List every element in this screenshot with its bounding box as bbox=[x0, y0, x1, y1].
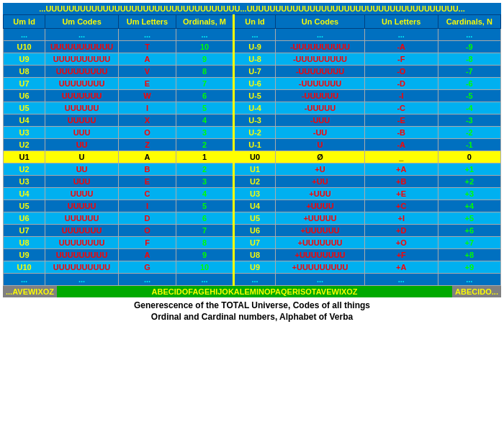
cell-un_id: U2 bbox=[234, 176, 276, 188]
cell-un_id: U6 bbox=[234, 225, 276, 237]
table-row: ........................ bbox=[4, 29, 501, 41]
cell-ordinals: 8 bbox=[176, 237, 234, 249]
cell-cardinals: -6 bbox=[438, 78, 500, 90]
cell-un_codes: -UUU bbox=[276, 115, 365, 127]
table-row: U9UUUUUUUUUUA9U-8-UUUUUUUUU-F-8 bbox=[4, 53, 501, 66]
cell-un_letters: -O bbox=[364, 66, 438, 78]
cell-um_letters: V bbox=[119, 66, 176, 78]
cell-um_letters: T bbox=[119, 41, 176, 53]
cell-cardinals: +2 bbox=[438, 176, 500, 188]
table-row: U1UA1U0Ø_0 bbox=[4, 151, 501, 163]
cell-un_letters: -F bbox=[364, 53, 438, 66]
cell-un_codes: -UUUUUUUUU bbox=[276, 53, 365, 66]
cell-um_codes: UUUUUUUU bbox=[45, 237, 119, 249]
cell-ordinals: 4 bbox=[176, 115, 234, 127]
cell-um_letters: B bbox=[119, 163, 176, 176]
cell-um_id: U6 bbox=[4, 212, 45, 225]
cell-un_id: U-7 bbox=[234, 66, 276, 78]
outer-container: ...UUUUUUUUUUUUUUUUUUUUUUUUUUUUUUUUUU...… bbox=[0, 0, 504, 328]
header-um-codes: Um Codes bbox=[45, 15, 119, 29]
cell-ordinals: 10 bbox=[176, 261, 234, 274]
cell-un_codes: ... bbox=[276, 29, 365, 41]
cell-um_letters: E bbox=[119, 176, 176, 188]
cell-cardinals: -3 bbox=[438, 115, 500, 127]
cell-um_codes: UU bbox=[45, 139, 119, 151]
cell-um_codes: UUUUUUUUU bbox=[45, 249, 119, 261]
alpha-right: ABECIDO... bbox=[452, 286, 501, 297]
cell-um_id: U1 bbox=[4, 151, 45, 163]
cell-um_codes: UUUUU bbox=[45, 200, 119, 212]
cell-un_id: U-9 bbox=[234, 41, 276, 53]
cell-um_letters: X bbox=[119, 115, 176, 127]
cell-un_codes: +UUUUUUU bbox=[276, 237, 365, 249]
table-row: U7UUUUUUUO7U6+UUUUUU+D+6 bbox=[4, 225, 501, 237]
cell-ordinals: ... bbox=[176, 274, 234, 286]
cell-um_codes: UUUUUUUUUU bbox=[45, 53, 119, 66]
cell-un_id: U0 bbox=[234, 151, 276, 163]
cell-um_codes: UUU bbox=[45, 127, 119, 139]
cell-um_letters: ... bbox=[119, 29, 176, 41]
cell-um_letters: G bbox=[119, 261, 176, 274]
cell-um_id: U6 bbox=[4, 90, 45, 102]
cell-un_letters: +O bbox=[364, 237, 438, 249]
cell-ordinals: 3 bbox=[176, 127, 234, 139]
cell-un_codes: +UUUUUU bbox=[276, 225, 365, 237]
header-un-letters: Un Letters bbox=[364, 15, 438, 29]
cell-un_id: U4 bbox=[234, 200, 276, 212]
main-table: Um Id Um Codes Um Letters Ordinals, M Un… bbox=[3, 14, 501, 286]
header-ordinals-m: Ordinals, M bbox=[176, 15, 234, 29]
cell-um_letters: ... bbox=[119, 274, 176, 286]
cell-cardinals: -5 bbox=[438, 90, 500, 102]
cell-um_codes: UU bbox=[45, 163, 119, 176]
cell-um_codes: ... bbox=[45, 274, 119, 286]
cell-un_id: U-8 bbox=[234, 53, 276, 66]
cell-un_letters: -B bbox=[364, 127, 438, 139]
table-row: U2UUB2U1+U+A+1 bbox=[4, 163, 501, 176]
cell-cardinals: -1 bbox=[438, 139, 500, 151]
table-row: U3UUUO3U-2-UU-B-2 bbox=[4, 127, 501, 139]
cell-un_letters: +B bbox=[364, 176, 438, 188]
table-row: U8UUUUUUUUF8U7+UUUUUUU+O+7 bbox=[4, 237, 501, 249]
cell-ordinals: 1 bbox=[176, 151, 234, 163]
cell-un_id: U-6 bbox=[234, 78, 276, 90]
cell-cardinals: -8 bbox=[438, 53, 500, 66]
cell-un_codes: +UUU bbox=[276, 188, 365, 200]
cell-cardinals: +4 bbox=[438, 200, 500, 212]
header-cardinals-n: Cardinals, N bbox=[438, 15, 500, 29]
cell-um_id: U8 bbox=[4, 66, 45, 78]
cell-ordinals: 3 bbox=[176, 176, 234, 188]
cell-un_letters: +A bbox=[364, 261, 438, 274]
cell-um_letters: E bbox=[119, 78, 176, 90]
cell-un_codes: +UU bbox=[276, 176, 365, 188]
cell-ordinals: 4 bbox=[176, 188, 234, 200]
cell-um_codes: UUUUUUUUUUU bbox=[45, 41, 119, 53]
cell-un_letters: -A bbox=[364, 139, 438, 151]
cell-um_codes: U bbox=[45, 151, 119, 163]
cell-un_letters: -E bbox=[364, 115, 438, 127]
cell-un_letters: +E bbox=[364, 188, 438, 200]
cell-um_id: ... bbox=[4, 274, 45, 286]
cell-un_letters: +A bbox=[364, 163, 438, 176]
cell-un_letters: +D bbox=[364, 225, 438, 237]
cell-um_letters: A bbox=[119, 151, 176, 163]
cell-cardinals: +8 bbox=[438, 249, 500, 261]
table-row: U6UUUUUUD6U5+UUUUU+I+5 bbox=[4, 212, 501, 225]
cell-cardinals: -4 bbox=[438, 102, 500, 115]
cell-un_letters: -D bbox=[364, 78, 438, 90]
cell-cardinals: +7 bbox=[438, 237, 500, 249]
cell-cardinals: 0 bbox=[438, 151, 500, 163]
cell-un_codes: -UUUUUU bbox=[276, 90, 365, 102]
alpha-middle: ABECIDOFAGEHIJOKALEMINOPAQERISOTAVEWIXOZ bbox=[57, 286, 452, 297]
cell-um_id: U2 bbox=[4, 163, 45, 176]
cell-cardinals: +6 bbox=[438, 225, 500, 237]
cell-um_codes: UUU bbox=[45, 176, 119, 188]
cell-um_codes: ... bbox=[45, 29, 119, 41]
cell-un_letters: +F bbox=[364, 249, 438, 261]
table-row: U5UUUUUUI5U-4-UUUUU-C-4 bbox=[4, 102, 501, 115]
cell-um_letters: W bbox=[119, 90, 176, 102]
cell-um_id: U4 bbox=[4, 115, 45, 127]
cell-um_letters: F bbox=[119, 237, 176, 249]
cell-um_letters: D bbox=[119, 212, 176, 225]
cell-un_id: U-2 bbox=[234, 127, 276, 139]
cell-cardinals: ... bbox=[438, 29, 500, 41]
